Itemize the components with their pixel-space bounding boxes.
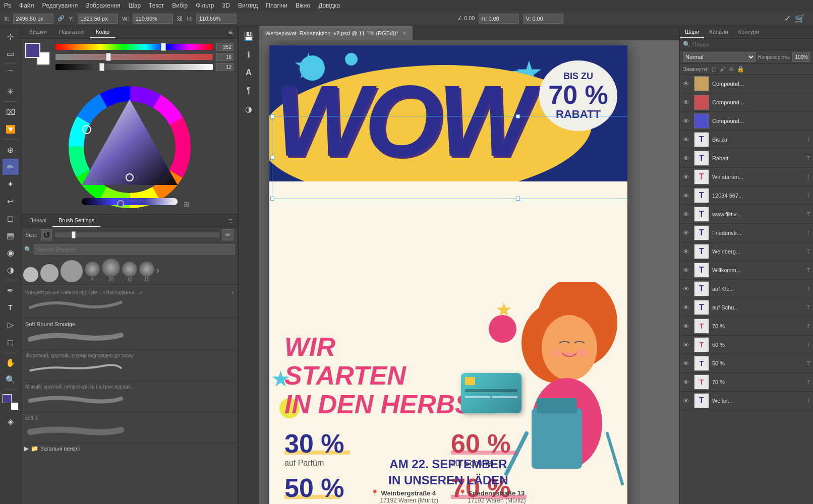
menu-filter[interactable]: Фільтр (196, 2, 214, 9)
visibility-wir-starten[interactable]: 👁 (683, 173, 691, 181)
tool-magic-wand[interactable]: ✳ (3, 83, 19, 99)
lock-pixels-btn[interactable]: 🖌 (720, 66, 726, 73)
layer-auf-schu[interactable]: 👁 T auf Schu... T (680, 298, 813, 317)
menu-select[interactable]: Вибір (172, 2, 188, 9)
brush-preset-6[interactable]: 10 (122, 262, 137, 282)
save-for-web-btn[interactable]: 💾 (241, 28, 257, 44)
tool-eyedropper[interactable]: 🔽 (3, 121, 19, 137)
tool-select-rect[interactable]: ▭ (3, 45, 19, 61)
tool-path-select[interactable]: ▷ (3, 317, 19, 333)
visibility-friedens[interactable]: 👁 (683, 229, 691, 237)
tool-pen[interactable]: ✒ (3, 282, 19, 298)
poster-canvas[interactable]: WOW BIS ZU 70 % RABATT WIR STARTEN IN DE… (269, 45, 627, 504)
menu-window[interactable]: Вікно (296, 2, 310, 9)
layer-weiter[interactable]: 👁 T Weiter... T (680, 392, 813, 410)
layer-70-1[interactable]: 👁 T 70 % T (680, 317, 813, 336)
more-brushes-icon[interactable]: › (156, 265, 159, 276)
h-skew[interactable] (479, 14, 519, 24)
h-value[interactable] (196, 14, 237, 24)
layer-weinberg[interactable]: 👁 T Weinberg... T (680, 242, 813, 261)
brush-preset-1[interactable] (23, 267, 38, 282)
visibility-www[interactable]: 👁 (683, 211, 691, 218)
confirm-icon[interactable]: ✓ (784, 14, 791, 23)
canvas-tab-active[interactable]: Werbeplakat_Rabattaktion_v2.psd @ 11.1% … (259, 26, 413, 40)
visibility-bis-zu[interactable]: 👁 (683, 136, 691, 144)
foreground-color[interactable] (25, 43, 40, 58)
lock-all-btn[interactable]: 🔒 (737, 66, 744, 73)
brushes-panel-menu[interactable]: ≡ (225, 215, 236, 227)
tab-brushes[interactable]: Пензлі (23, 215, 52, 227)
brush-size-track[interactable] (55, 232, 219, 237)
brush-size-thumb[interactable] (72, 231, 76, 238)
layer-wir-starten[interactable]: 👁 T Wir starten... T (680, 168, 813, 186)
chain-icon[interactable]: ⛓ (177, 16, 183, 22)
kyle-expand-icon[interactable]: › (232, 290, 234, 295)
tab-channels[interactable]: Канали (704, 26, 733, 38)
brush-preset-5[interactable]: 20 (102, 259, 120, 282)
visibility-60[interactable]: 👁 (683, 341, 691, 349)
layer-70-2[interactable]: 👁 T 70 % T (680, 373, 813, 392)
visibility-weinberg[interactable]: 👁 (683, 248, 691, 256)
tab-close-btn[interactable]: × (402, 29, 406, 37)
adjustments-btn[interactable]: ◑ (241, 101, 257, 117)
tool-history-brush[interactable]: ↩ (3, 193, 19, 209)
visibility-willkomm[interactable]: 👁 (683, 267, 691, 274)
layer-compound-1[interactable]: 👁 Compound... (680, 75, 813, 93)
menu-layer[interactable]: Шар (129, 2, 141, 9)
lock-transparent-btn[interactable]: ◻ (712, 66, 717, 73)
tool-hand[interactable]: ✋ (3, 354, 19, 370)
menu-file[interactable]: Файл (19, 2, 34, 9)
tool-spot-heal[interactable]: ⊕ (3, 142, 19, 158)
lock-aspect-icon[interactable]: 🔗 (57, 15, 65, 22)
sat-value[interactable] (216, 53, 234, 61)
tool-move[interactable]: ⊹ (3, 28, 19, 44)
hue-track[interactable] (55, 44, 213, 50)
layer-compound-2[interactable]: 👁 Compound... (680, 93, 813, 112)
tool-blur[interactable]: ◉ (3, 244, 19, 261)
bri-value[interactable] (216, 63, 234, 71)
layer-rabatt[interactable]: 👁 T Rabatt T (680, 149, 813, 168)
x-value[interactable] (13, 14, 53, 24)
visibility-70-2[interactable]: 👁 (683, 379, 691, 386)
tab-paths[interactable]: Контури (733, 26, 764, 38)
panel-menu-icon[interactable]: ≡ (225, 26, 236, 38)
visibility-phone[interactable]: 👁 (683, 192, 691, 200)
visibility-auf-kle[interactable]: 👁 (683, 285, 691, 293)
visibility-2[interactable]: 👁 (683, 99, 691, 106)
tool-lasso[interactable]: ⌒ (3, 66, 19, 82)
layer-www[interactable]: 👁 T www.fiktiv... T (680, 205, 813, 224)
lock-position-btn[interactable]: ⊕ (729, 66, 734, 73)
visibility-70-1[interactable]: 👁 (683, 323, 691, 330)
opacity-value[interactable] (792, 52, 810, 62)
menu-image[interactable]: Зображення (86, 2, 121, 9)
spectrum-indicator[interactable] (117, 200, 124, 207)
brush-search-input[interactable] (34, 244, 235, 255)
brush-pencil-btn[interactable]: ✏ (222, 229, 234, 240)
visibility-rabatt[interactable]: 👁 (683, 155, 691, 162)
tool-zoom[interactable]: 🔍 (3, 371, 19, 388)
brush-preset-2[interactable] (40, 264, 59, 282)
brush-preset-3[interactable] (61, 260, 83, 282)
character-btn[interactable]: A (241, 65, 257, 81)
tool-brush[interactable]: ✏ (3, 159, 19, 175)
tool-eraser[interactable]: ◻ (3, 210, 19, 226)
tab-navigator[interactable]: Навігатор (53, 26, 90, 38)
brush-preset-7[interactable]: 15 (139, 262, 154, 282)
visibility-1[interactable]: 👁 (683, 80, 691, 88)
ps-logo[interactable]: Ps (4, 2, 11, 9)
properties-btn[interactable]: ℹ (241, 46, 257, 62)
layer-60[interactable]: 👁 T 60 % T (680, 336, 813, 354)
y-value[interactable] (78, 14, 118, 24)
layer-50[interactable]: 👁 T 50 % T (680, 354, 813, 373)
tab-layers[interactable]: Шари (680, 26, 704, 38)
tool-type[interactable]: T (3, 299, 19, 316)
tool-crop[interactable]: ⌧ (3, 104, 19, 120)
bri-track[interactable] (55, 64, 213, 70)
menu-help[interactable]: Довідка (318, 2, 340, 9)
cancel-transform-icon[interactable]: 🛒 (795, 14, 805, 23)
tool-gradient[interactable]: ▤ (3, 227, 19, 243)
tool-shape[interactable]: ◻ (3, 334, 19, 350)
fg-bg-colors[interactable] (25, 43, 50, 66)
sat-thumb[interactable] (106, 53, 111, 61)
color-wheel[interactable]: ⊞ (67, 84, 193, 210)
